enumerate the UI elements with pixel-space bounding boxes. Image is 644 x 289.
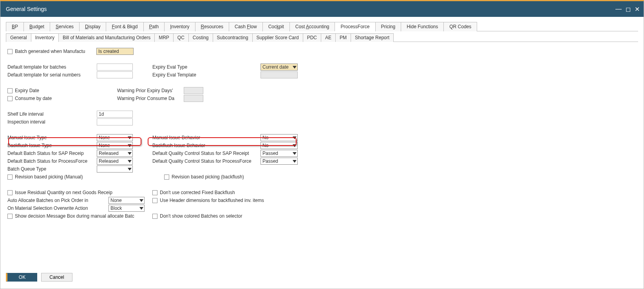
checkbox-dont-show-colored[interactable] <box>152 214 157 219</box>
cancel-button[interactable]: Cancel <box>41 273 72 282</box>
content-area: BPBudgetServicesDisplayFont & BkgdPathIn… <box>0 17 644 225</box>
tab-path[interactable]: Path <box>143 22 165 31</box>
titlebar: General Settings — ◻ ✕ <box>0 1 644 17</box>
checkbox-revision-manual[interactable] <box>7 174 13 180</box>
minimize-icon[interactable]: — <box>615 5 622 13</box>
label-use-header-dim: Use Header dimensions for backflushed in… <box>160 198 264 203</box>
label-default-template-batches: Default template for batches <box>7 64 97 70</box>
subtab-pm[interactable]: PM <box>335 33 351 42</box>
subtab-general[interactable]: General <box>6 33 31 42</box>
tab-processforce[interactable]: ProcessForce <box>335 22 375 31</box>
close-icon[interactable]: ✕ <box>635 5 640 13</box>
chevron-down-icon <box>293 144 297 147</box>
label-dont-use-corrected: Don't use corrected Fixed Backflush <box>160 190 235 195</box>
tab-budget[interactable]: Budget <box>24 22 50 31</box>
label-expiry-eval-template: Expiry Eval Template <box>152 72 260 78</box>
tab-font-bkgd[interactable]: Font & Bkgd <box>106 22 143 31</box>
checkbox-expiry-date[interactable] <box>7 88 13 93</box>
input-inspection-interval[interactable] <box>97 118 133 125</box>
select-manual-issue-behavior[interactable]: No <box>260 134 298 141</box>
label-expiry-eval-type: Expiry Eval Type <box>152 64 260 70</box>
input-default-template-serial[interactable] <box>97 71 133 78</box>
label-on-material-selection: On Material Selection Overwrite Action <box>7 205 109 211</box>
chevron-down-icon <box>128 136 132 139</box>
select-default-qc-sap[interactable]: Passed <box>260 150 298 157</box>
checkbox-dont-use-corrected[interactable] <box>152 190 157 195</box>
chevron-down-icon <box>139 199 143 202</box>
subtab-supplier-score-card[interactable]: Supplier Score Card <box>252 33 303 42</box>
subtab-shortage-report[interactable]: Shortage Report <box>351 33 394 42</box>
tab-hide-functions[interactable]: Hide Functions <box>401 22 444 31</box>
tab-resources[interactable]: Resources <box>195 22 229 31</box>
label-batch-generated: Batch generated when Manufactu <box>15 49 96 54</box>
chevron-down-icon <box>293 160 297 163</box>
window-controls: — ◻ ✕ <box>615 5 640 13</box>
tab-bp[interactable]: BP <box>6 22 24 31</box>
label-batch-queue-type: Batch Queue Type <box>7 166 97 172</box>
tab-cockpit[interactable]: Cockpit <box>262 22 290 31</box>
sub-tabs: GeneralInventoryBill of Materials and Ma… <box>6 33 638 42</box>
label-dont-show-colored: Don't show colored Batches on selector <box>160 213 242 219</box>
select-is-created[interactable]: Is created <box>96 48 134 55</box>
subtab-qc[interactable]: QC <box>173 33 189 42</box>
tab-qr-codes[interactable]: QR Codes <box>443 22 477 31</box>
select-manual-issue-type[interactable]: None <box>97 134 133 141</box>
tab-inventory[interactable]: Inventory <box>164 22 195 31</box>
label-consume-by-date: Consume by date <box>15 96 96 101</box>
select-auto-allocate[interactable]: None <box>109 197 145 204</box>
tab-services[interactable]: Services <box>50 22 80 31</box>
maximize-icon[interactable]: ◻ <box>626 5 631 13</box>
checkbox-revision-backflush[interactable] <box>164 174 169 180</box>
label-expiry-date: Expiry Date <box>15 88 96 93</box>
subtab-inventory[interactable]: Inventory <box>31 33 59 42</box>
main-tabs: BPBudgetServicesDisplayFont & BkgdPathIn… <box>6 22 638 31</box>
chevron-down-icon <box>128 144 132 147</box>
subtab-ae[interactable]: AE <box>321 33 336 42</box>
general-settings-window: General Settings — ◻ ✕ BPBudgetServicesD… <box>0 0 644 289</box>
label-warning-prior-consume: Warning Prior Consume Da <box>117 96 184 101</box>
label-issue-residual: Issue Residual Quantity on next Goods Re… <box>15 190 112 195</box>
select-default-batch-sap[interactable]: Released <box>97 150 133 157</box>
label-manual-issue-behavior: Manual Issue Behavior <box>152 135 260 140</box>
input-default-template-batches[interactable] <box>97 64 133 71</box>
label-default-qc-pf: Default Quality Control Status for Proce… <box>152 158 260 164</box>
label-backflush-issue-type: Backflush Issue Type <box>7 143 97 148</box>
subtab-bill-of-materials-and-manufacturing-orders[interactable]: Bill of Materials and Manufacturing Orde… <box>58 33 155 42</box>
label-revision-backflush: Revision based picking (backflush) <box>172 174 244 180</box>
subtab-costing[interactable]: Costing <box>188 33 213 42</box>
input-warning-prior-expiry <box>184 87 203 94</box>
label-backflush-issue-behavior: Backflush Issue Behavior <box>152 143 260 148</box>
label-default-template-serial: Default template for serial numbers <box>7 72 97 78</box>
select-batch-queue-type[interactable] <box>97 165 133 173</box>
tab-display[interactable]: Display <box>79 22 106 31</box>
label-show-decision-msg: Show decision Message Box during manual … <box>15 213 134 219</box>
subtab-subcontracting[interactable]: Subcontracting <box>213 33 253 42</box>
label-default-batch-pf: Default Batch Status for ProcessForce <box>7 158 97 164</box>
input-shelf-life-interval[interactable]: 1d <box>97 111 133 118</box>
tab-cost-accounting[interactable]: Cost Accounting <box>289 22 335 31</box>
select-default-batch-pf[interactable]: Released <box>97 158 133 165</box>
select-default-qc-pf[interactable]: Passed <box>260 158 298 165</box>
subtab-pdc[interactable]: PDC <box>303 33 321 42</box>
chevron-down-icon <box>128 152 132 155</box>
checkbox-consume-by-date[interactable] <box>7 96 13 101</box>
checkbox-batch-generated[interactable] <box>7 49 13 54</box>
select-backflush-issue-behavior[interactable]: No <box>260 142 298 149</box>
label-shelf-life-interval: Shelf Life interval <box>7 111 97 117</box>
checkbox-issue-residual[interactable] <box>7 190 13 195</box>
label-default-qc-sap: Default Quality Control Status for SAP R… <box>152 151 260 156</box>
select-expiry-eval-type[interactable]: Current date <box>260 64 298 71</box>
label-auto-allocate: Auto Allocate Batches on Pick Order in <box>7 198 109 203</box>
tab-pricing[interactable]: Pricing <box>375 22 402 31</box>
tab-cash-flow[interactable]: Cash Flow <box>229 22 263 31</box>
label-inspection-interval: Inspection interval <box>7 119 97 125</box>
checkbox-use-header-dim[interactable] <box>152 198 157 203</box>
select-on-material-selection[interactable]: Block <box>109 205 145 212</box>
select-backflush-issue-type[interactable]: None <box>97 142 133 149</box>
subtab-mrp[interactable]: MRP <box>154 33 174 42</box>
label-manual-issue-type: Manual Issue Type <box>7 135 97 140</box>
label-revision-manual: Revision based picking (Manual) <box>15 174 83 180</box>
ok-button[interactable]: OK <box>6 273 37 282</box>
label-warning-prior-expiry: Warning Prior Expiry Days' <box>117 88 184 93</box>
checkbox-show-decision-msg[interactable] <box>7 214 13 219</box>
